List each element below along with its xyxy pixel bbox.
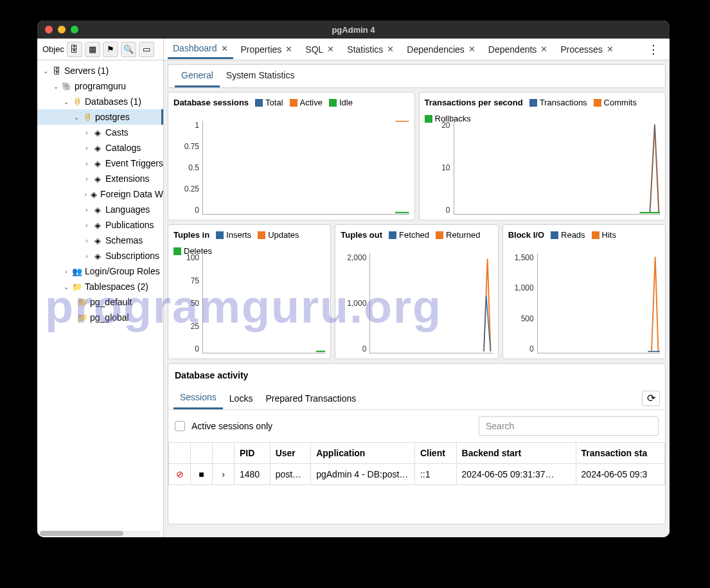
view-data-icon[interactable]: ▦ <box>85 42 100 57</box>
tree-item[interactable]: ›◈Publications <box>37 217 163 233</box>
expand-row-icon[interactable]: › <box>213 464 235 485</box>
tree-item[interactable]: ›◈Subscriptions <box>37 248 163 263</box>
cell-app: pgAdmin 4 - DB:post… <box>311 464 415 485</box>
tree-item[interactable]: ›◈Languages <box>37 202 163 217</box>
legend-item: Updates <box>258 230 299 240</box>
legend-item: Total <box>255 98 283 107</box>
tree-login-roles[interactable]: Login/Group Roles <box>85 266 160 276</box>
legend-item: Commits <box>594 98 637 107</box>
object-label: Objec <box>42 44 64 54</box>
close-icon[interactable]: ✕ <box>607 44 614 54</box>
object-explorer-toolbar: Objec 🗄 ▦ ⚑ 🔍 ▭ <box>37 39 164 60</box>
activity-title: Database activity <box>168 364 665 387</box>
tab-dependents[interactable]: Dependents✕ <box>483 40 553 58</box>
cell-backend: 2024-06-05 09:31:37… <box>456 464 576 485</box>
tab-properties[interactable]: Properties✕ <box>236 40 298 58</box>
tree-item[interactable]: 📁pg_global <box>37 310 163 325</box>
tab-dependencies[interactable]: Dependencies✕ <box>402 40 481 58</box>
app-window: pgAdmin 4 Objec 🗄 ▦ ⚑ 🔍 ▭ Dashboard✕Prop… <box>37 21 670 537</box>
close-icon[interactable]: ✕ <box>327 44 334 54</box>
cancel-icon[interactable]: ■ <box>191 464 213 485</box>
dashboard-subtabs: GeneralSystem Statistics <box>168 64 666 88</box>
minimize-window-button[interactable] <box>58 26 66 33</box>
tree-item[interactable]: ›◈Casts <box>37 125 163 140</box>
activity-tab-prepared-transactions[interactable]: Prepared Transactions <box>259 388 362 409</box>
psql-icon[interactable]: ▭ <box>139 42 154 57</box>
subtab-system-statistics[interactable]: System Statistics <box>220 65 301 87</box>
card-title: Database sessions <box>173 98 249 107</box>
tab-dashboard[interactable]: Dashboard✕ <box>168 39 233 59</box>
card-title: Block I/O <box>508 230 544 240</box>
column-header[interactable]: Client <box>414 443 456 464</box>
column-header[interactable]: Transaction sta <box>576 443 664 464</box>
legend-item: Returned <box>436 230 480 240</box>
terminate-icon[interactable]: ⊘ <box>169 464 191 485</box>
tab-statistics[interactable]: Statistics✕ <box>342 40 399 58</box>
column-header[interactable] <box>191 443 213 464</box>
search-objects-icon[interactable]: 🔍 <box>121 42 136 57</box>
tree-item[interactable]: ›◈Extensions <box>37 171 163 186</box>
table-row[interactable]: ⊘ ■ › 1480 postgr… pgAdmin 4 - DB:post… … <box>169 464 665 485</box>
sidebar-scrollbar[interactable] <box>40 531 161 536</box>
tree-tablespaces[interactable]: Tablespaces (2) <box>85 281 148 292</box>
legend-item: Transactions <box>529 98 587 107</box>
legend-item: Fetched <box>389 230 429 240</box>
refresh-button[interactable]: ⟳ <box>642 391 660 406</box>
search-input[interactable]: Search <box>479 416 659 436</box>
column-header[interactable] <box>213 443 235 464</box>
close-icon[interactable]: ✕ <box>387 44 394 54</box>
tree-item[interactable]: ›◈Foreign Data W <box>37 186 163 202</box>
close-icon[interactable]: ✕ <box>540 44 547 54</box>
activity-tab-sessions[interactable]: Sessions <box>173 387 223 409</box>
filter-icon[interactable]: ⚑ <box>103 42 118 57</box>
legend-item: Inserts <box>216 230 251 240</box>
tree-databases[interactable]: Databases (1) <box>85 96 141 107</box>
object-tree[interactable]: ⌄🗄Servers (1) ⌄🐘programguru ⌄🛢Databases … <box>37 60 164 537</box>
card-transactions-per-second: Transactions per secondTransactionsCommi… <box>419 92 666 220</box>
card-title: Tuples out <box>341 230 382 240</box>
column-header[interactable]: Backend start <box>456 443 576 464</box>
legend-item: Active <box>290 98 323 107</box>
activity-tab-locks[interactable]: Locks <box>223 388 260 409</box>
column-header[interactable]: User <box>270 443 311 464</box>
kebab-menu-icon[interactable]: ⋮ <box>641 42 666 57</box>
cell-txn: 2024-06-05 09:3 <box>576 464 664 485</box>
active-sessions-checkbox[interactable] <box>175 421 185 431</box>
tree-item[interactable]: ›◈Event Triggers <box>37 156 163 171</box>
legend-item: Hits <box>592 230 616 240</box>
card-title: Tuples in <box>173 230 209 240</box>
card-tuples-in: Tuples inInsertsUpdatesDeletes 100755025… <box>168 224 331 359</box>
cell-user: postgr… <box>270 464 311 485</box>
main-tabs: Dashboard✕Properties✕SQL✕Statistics✕Depe… <box>164 39 670 60</box>
tab-processes[interactable]: Processes✕ <box>555 40 618 58</box>
tree-server[interactable]: programguru <box>75 81 126 91</box>
cell-pid: 1480 <box>235 464 271 485</box>
legend-item: Idle <box>329 98 353 107</box>
maximize-window-button[interactable] <box>71 26 78 33</box>
close-window-button[interactable] <box>45 26 53 33</box>
close-icon[interactable]: ✕ <box>285 44 292 54</box>
tree-item[interactable]: ›◈Catalogs <box>37 140 163 156</box>
card-database-sessions: Database sessionsTotalActiveIdle 10.750.… <box>168 92 415 220</box>
subtab-general[interactable]: General <box>175 65 220 87</box>
tree-servers[interactable]: Servers (1) <box>64 66 109 76</box>
column-header[interactable] <box>169 443 191 464</box>
cell-client: ::1 <box>414 464 456 485</box>
close-icon[interactable]: ✕ <box>468 44 475 54</box>
column-header[interactable]: PID <box>235 443 271 464</box>
sessions-table: PIDUserApplicationClientBackend startTra… <box>168 442 665 485</box>
card-tuples-out: Tuples outFetchedReturned 2,0001,0000 <box>335 224 498 359</box>
query-tool-icon[interactable]: 🗄 <box>67 42 82 57</box>
main-panel: GeneralSystem Statistics Database sessio… <box>164 60 670 537</box>
tree-item[interactable]: ›◈Schemas <box>37 233 163 248</box>
tree-item[interactable]: 📁pg_default <box>37 294 163 310</box>
titlebar: pgAdmin 4 <box>37 21 670 39</box>
active-sessions-label: Active sessions only <box>191 421 272 431</box>
card-database-activity: Database activity SessionsLocksPrepared … <box>168 363 666 524</box>
column-header[interactable]: Application <box>311 443 415 464</box>
tree-db-postgres[interactable]: postgres <box>95 112 130 122</box>
window-title: pgAdmin 4 <box>332 25 375 35</box>
close-icon[interactable]: ✕ <box>221 44 228 53</box>
card-title: Transactions per second <box>425 98 523 107</box>
tab-sql[interactable]: SQL✕ <box>300 40 339 58</box>
